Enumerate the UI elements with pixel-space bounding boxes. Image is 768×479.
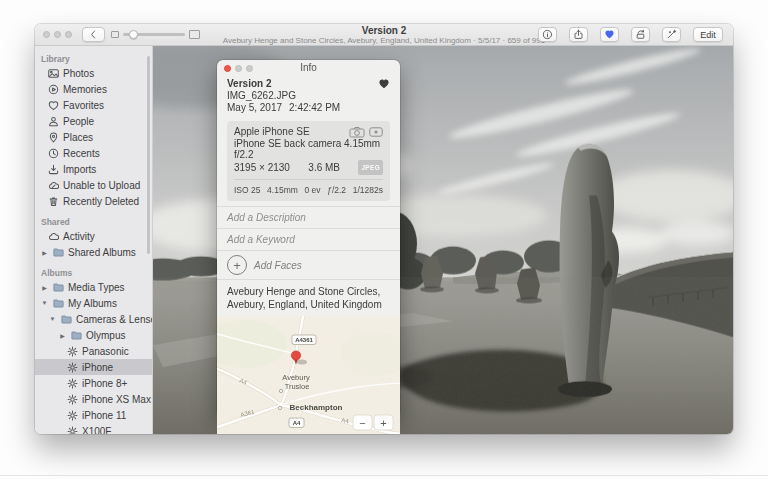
person-icon xyxy=(48,116,59,127)
window-controls xyxy=(43,31,72,38)
plus-icon: + xyxy=(227,255,247,275)
folder-icon xyxy=(71,330,82,341)
trash-icon xyxy=(48,196,59,207)
import-tray-icon xyxy=(48,164,59,175)
chevron-right-icon[interactable]: ▶ xyxy=(40,284,49,291)
route-badge-a4361: A4361 xyxy=(292,335,316,345)
aperture-value: ƒ/2.2 xyxy=(327,184,346,197)
gear-icon xyxy=(67,378,78,389)
clock-icon xyxy=(48,148,59,159)
sidebar-item-my-albums[interactable]: ▼My Albums xyxy=(35,295,152,311)
chevron-left-icon xyxy=(88,29,99,40)
share-button[interactable] xyxy=(569,27,588,42)
photo-metadata-header: Version 2 IMG_6262.JPG May 5, 20172:42:4… xyxy=(217,76,400,117)
sidebar-item-recently-deleted[interactable]: Recently Deleted xyxy=(35,193,152,209)
sidebar: Library Photos Memories Favorites People… xyxy=(35,46,153,434)
sidebar-item-iphone-xs-max[interactable]: iPhone XS Max xyxy=(35,391,152,407)
info-button[interactable] xyxy=(538,27,557,42)
sidebar-item-unable-to-upload[interactable]: Unable to Upload xyxy=(35,177,152,193)
location-map[interactable]: A4 A361 A4 A4361 A4 xyxy=(217,316,400,434)
auto-enhance-button[interactable] xyxy=(662,27,681,42)
info-panel-window-controls xyxy=(224,65,253,72)
gear-icon xyxy=(67,426,78,435)
chevron-right-icon[interactable]: ▶ xyxy=(40,249,49,256)
close-button[interactable] xyxy=(224,65,231,72)
screen-edge-divider xyxy=(0,475,768,476)
keyword-field[interactable]: Add a Keyword xyxy=(217,228,400,250)
sidebar-item-olympus[interactable]: ▶Olympus xyxy=(35,327,152,343)
gear-icon xyxy=(67,362,78,373)
sidebar-item-places[interactable]: Places xyxy=(35,129,152,145)
zoom-button[interactable] xyxy=(65,31,72,38)
description-field[interactable]: Add a Description xyxy=(217,206,400,228)
favorite-button[interactable] xyxy=(600,27,619,42)
window-titlebar[interactable]: Version 2 Avebury Henge and Stone Circle… xyxy=(35,24,733,46)
gear-icon xyxy=(67,410,78,421)
close-button[interactable] xyxy=(43,31,50,38)
cloud-icon xyxy=(48,231,59,242)
sidebar-item-activity[interactable]: Activity xyxy=(35,228,152,244)
large-thumbnail-icon xyxy=(189,30,200,39)
chevron-down-icon[interactable]: ▼ xyxy=(40,300,49,306)
format-badge: JPEG xyxy=(358,160,383,175)
sidebar-section-shared: Shared xyxy=(35,216,152,228)
sidebar-item-imports[interactable]: Imports xyxy=(35,161,152,177)
info-panel: Info Version 2 IMG_6262.JPG May 5, 20172… xyxy=(217,60,400,417)
sidebar-item-shared-albums[interactable]: ▶Shared Albums xyxy=(35,244,152,260)
sidebar-item-iphone-8plus[interactable]: iPhone 8+ xyxy=(35,375,152,391)
info-panel-titlebar[interactable]: Info xyxy=(217,60,400,76)
edit-button[interactable]: Edit xyxy=(693,27,723,42)
back-button[interactable] xyxy=(82,27,105,42)
rotate-button[interactable] xyxy=(631,27,650,42)
cloud-error-icon xyxy=(48,180,59,191)
route-badge-a4: A4 xyxy=(289,418,304,428)
sidebar-item-iphone[interactable]: iPhone xyxy=(35,359,152,375)
map-pin-icon xyxy=(48,132,59,143)
sidebar-item-iphone-11[interactable]: iPhone 11 xyxy=(35,407,152,423)
sidebar-scrollbar[interactable] xyxy=(147,56,150,254)
share-icon xyxy=(573,29,584,40)
sidebar-item-favorites[interactable]: Favorites xyxy=(35,97,152,113)
toolbar-actions: Edit xyxy=(538,27,723,42)
thumbnail-zoom-slider[interactable] xyxy=(111,27,200,42)
zoom-slider-track[interactable] xyxy=(123,33,185,36)
sidebar-item-photos[interactable]: Photos xyxy=(35,65,152,81)
location-text: Avebury Henge and Stone Circles, Avebury… xyxy=(217,279,400,316)
favorite-heart-icon[interactable] xyxy=(378,78,390,89)
rotate-icon xyxy=(635,29,646,40)
svg-text:−: − xyxy=(359,417,365,429)
place-label-trusloe: Trusloe xyxy=(285,382,310,391)
chevron-right-icon[interactable]: ▶ xyxy=(58,332,67,339)
folder-icon xyxy=(53,282,64,293)
chevron-down-icon[interactable]: ▼ xyxy=(48,316,57,322)
info-icon xyxy=(542,29,553,40)
map-zoom-out-button[interactable]: − xyxy=(353,415,372,430)
shutter-speed: 1/1282s xyxy=(353,184,383,197)
sidebar-item-people[interactable]: People xyxy=(35,113,152,129)
gear-icon xyxy=(67,346,78,357)
sidebar-section-albums: Albums xyxy=(35,267,152,279)
minimize-button[interactable] xyxy=(235,65,242,72)
zoom-slider-knob[interactable] xyxy=(129,30,138,39)
sidebar-item-recents[interactable]: Recents xyxy=(35,145,152,161)
place-label-beckhampton: Beckhampton xyxy=(290,403,343,412)
iso-value: ISO 25 xyxy=(234,184,260,197)
sidebar-item-memories[interactable]: Memories xyxy=(35,81,152,97)
sidebar-item-media-types[interactable]: ▶Media Types xyxy=(35,279,152,295)
sidebar-item-x100f[interactable]: X100F xyxy=(35,423,152,434)
pixel-dimensions: 3195 × 2130 xyxy=(234,161,290,174)
small-thumbnail-icon xyxy=(111,31,119,38)
live-photo-badge-icon xyxy=(369,127,383,137)
sidebar-item-panasonic[interactable]: Panasonic xyxy=(35,343,152,359)
folder-icon xyxy=(53,298,64,309)
svg-text:+: + xyxy=(380,417,386,429)
minimize-button[interactable] xyxy=(54,31,61,38)
magic-wand-icon xyxy=(666,29,677,40)
add-faces-button[interactable]: + Add Faces xyxy=(217,250,400,279)
photos-app-window: Version 2 Avebury Henge and Stone Circle… xyxy=(35,24,733,434)
lens-info: iPhone SE back camera 4.15mm f/2.2 xyxy=(234,138,383,160)
camera-model: Apple iPhone SE xyxy=(234,125,310,138)
sidebar-item-cameras-lenses[interactable]: ▼Cameras & Lenses xyxy=(35,311,152,327)
map-zoom-in-button[interactable]: + xyxy=(374,415,393,430)
zoom-button[interactable] xyxy=(246,65,253,72)
